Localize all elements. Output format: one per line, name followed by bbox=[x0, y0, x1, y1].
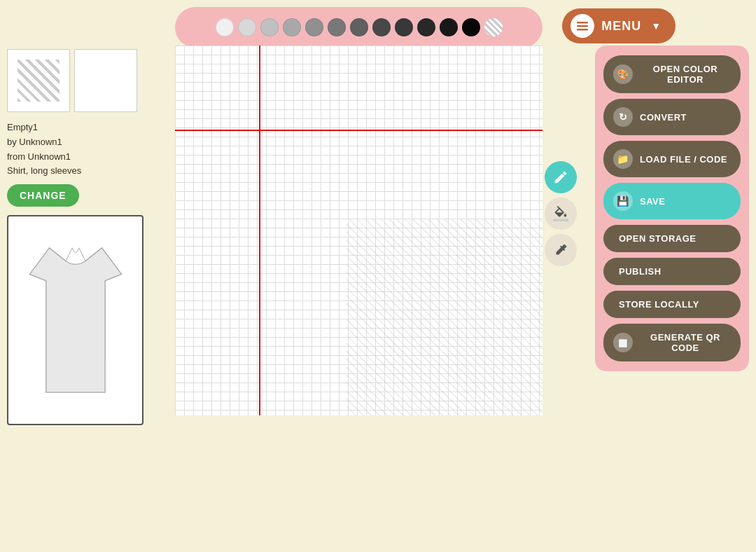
menu-button[interactable]: MENU ▼ bbox=[562, 8, 676, 43]
pencil-tool[interactable] bbox=[545, 161, 577, 193]
shirt-svg bbox=[23, 226, 128, 415]
svg-rect-2 bbox=[577, 29, 588, 31]
open-color-editor-icon: 🎨 bbox=[613, 64, 633, 84]
canvas-area[interactable] bbox=[175, 46, 542, 415]
open-storage-button[interactable]: OPEN STORAGE bbox=[603, 225, 741, 252]
tool-sidebar bbox=[545, 161, 577, 266]
pattern-type: Shirt, long sleeves bbox=[7, 164, 144, 179]
right-panel: 🎨OPEN COLOR EDITOR↻CONVERT📁LOAD FILE / C… bbox=[595, 46, 749, 371]
load-file-icon: 📁 bbox=[613, 149, 633, 169]
grid-canvas[interactable] bbox=[175, 46, 542, 415]
eyedropper-tool[interactable] bbox=[545, 234, 577, 266]
menu-arrow: ▼ bbox=[651, 20, 662, 32]
garment-preview bbox=[7, 215, 144, 425]
store-locally-button[interactable]: STORE LOCALLY bbox=[603, 291, 741, 318]
save-label: SAVE bbox=[640, 196, 665, 207]
convert-button[interactable]: ↻CONVERT bbox=[603, 99, 741, 135]
color-swatch-dark-gray-1[interactable] bbox=[372, 18, 391, 36]
generate-qr-button[interactable]: ▦GENERATE QR CODE bbox=[603, 324, 741, 361]
color-swatch-white[interactable] bbox=[216, 18, 234, 36]
color-swatch-gray-3[interactable] bbox=[328, 18, 346, 36]
preview-thumb-2 bbox=[74, 49, 137, 112]
save-button[interactable]: 💾SAVE bbox=[603, 183, 741, 219]
color-swatch-light-gray-1[interactable] bbox=[238, 18, 256, 36]
fill-tool[interactable] bbox=[545, 198, 577, 230]
open-color-editor-button[interactable]: 🎨OPEN COLOR EDITOR bbox=[603, 55, 741, 93]
open-storage-label: OPEN STORAGE bbox=[619, 233, 696, 244]
pattern-from: from Unknown1 bbox=[7, 150, 144, 165]
color-swatch-pattern[interactable] bbox=[484, 18, 503, 36]
color-swatch-gray-2[interactable] bbox=[305, 18, 323, 36]
crosshair-vertical bbox=[259, 46, 260, 415]
open-color-editor-label: OPEN COLOR EDITOR bbox=[640, 64, 731, 85]
color-swatch-dark-gray-3[interactable] bbox=[417, 18, 435, 36]
color-swatch-gray-1[interactable] bbox=[283, 18, 301, 36]
store-locally-label: STORE LOCALLY bbox=[619, 299, 699, 310]
preview-white bbox=[85, 60, 127, 102]
color-swatch-gray-4[interactable] bbox=[350, 18, 368, 36]
pattern-info: Empty1 by Unknown1 from Unknown1 Shirt, … bbox=[7, 120, 144, 179]
publish-button[interactable]: PUBLISH bbox=[603, 258, 741, 285]
load-file-label: LOAD FILE / CODE bbox=[640, 154, 727, 165]
color-swatch-black[interactable] bbox=[462, 18, 480, 36]
color-swatch-near-black[interactable] bbox=[440, 18, 458, 36]
grid-overlay bbox=[346, 219, 542, 415]
svg-rect-0 bbox=[577, 22, 588, 24]
publish-label: PUBLISH bbox=[619, 266, 662, 277]
load-file-button[interactable]: 📁LOAD FILE / CODE bbox=[603, 141, 741, 177]
left-panel: Empty1 by Unknown1 from Unknown1 Shirt, … bbox=[0, 42, 150, 432]
pattern-name: Empty1 bbox=[7, 120, 144, 135]
change-button[interactable]: CHANGE bbox=[7, 184, 79, 207]
convert-icon: ↻ bbox=[613, 107, 633, 127]
save-icon: 💾 bbox=[613, 191, 633, 211]
pattern-by: by Unknown1 bbox=[7, 135, 144, 150]
generate-qr-label: GENERATE QR CODE bbox=[640, 332, 731, 353]
color-swatch-light-gray-2[interactable] bbox=[260, 18, 279, 36]
preview-striped bbox=[18, 60, 59, 102]
svg-rect-1 bbox=[577, 25, 588, 27]
pattern-preview bbox=[7, 49, 144, 112]
convert-label: CONVERT bbox=[640, 112, 687, 123]
generate-qr-icon: ▦ bbox=[613, 333, 633, 352]
menu-label: MENU bbox=[601, 19, 641, 34]
menu-icon bbox=[570, 14, 594, 38]
crosshair-horizontal bbox=[175, 130, 542, 131]
color-swatch-dark-gray-2[interactable] bbox=[395, 18, 413, 36]
preview-thumb-1 bbox=[7, 49, 70, 112]
palette-bar bbox=[175, 7, 542, 48]
